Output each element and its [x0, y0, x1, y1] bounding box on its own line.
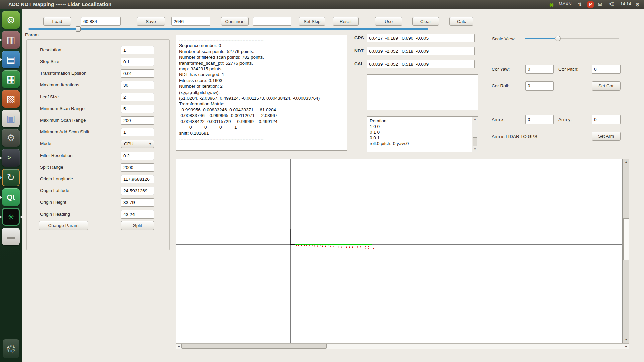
- param-label-split-range: Split Range: [40, 165, 63, 170]
- mail-icon[interactable]: ✉: [598, 2, 602, 7]
- file-manager-icon[interactable]: ▥: [2, 31, 20, 49]
- cal-value-input[interactable]: [367, 60, 475, 68]
- use-button[interactable]: Use: [375, 17, 402, 26]
- scroll-up-icon[interactable]: ▲: [472, 117, 478, 121]
- calc-button[interactable]: Calc: [449, 17, 473, 26]
- set-skip-button[interactable]: Set Skip: [299, 17, 325, 26]
- plot-vertical-scrollbar[interactable]: ▲ ▼: [623, 159, 629, 343]
- arm-x-input[interactable]: [525, 115, 554, 124]
- save-button[interactable]: Save: [137, 17, 165, 26]
- qt-creator-icon[interactable]: Qt: [2, 188, 20, 206]
- scroll-left-icon[interactable]: ◂: [177, 344, 181, 349]
- scale-view-slider-fill: [525, 38, 558, 39]
- running-pip: [0, 176, 2, 179]
- param-input-minimum-scan-range[interactable]: [121, 105, 154, 113]
- continue-value-input[interactable]: [253, 17, 291, 26]
- plot-vertical-scrollbar-thumb[interactable]: [623, 218, 629, 260]
- param-label-origin-height: Origin Height: [40, 200, 66, 205]
- libreoffice-impress-icon[interactable]: ▧: [2, 90, 20, 108]
- software-updater-icon[interactable]: ↻: [2, 169, 20, 186]
- cor-pitch-input[interactable]: [592, 65, 621, 74]
- param-input-filter-resolution[interactable]: [121, 152, 154, 160]
- rotation-scrollbar-thumb[interactable]: [473, 137, 477, 146]
- scroll-down-icon[interactable]: ▼: [472, 147, 478, 151]
- ndt-value-input[interactable]: [367, 47, 475, 55]
- scroll-down-icon[interactable]: ▼: [623, 338, 629, 342]
- arm-y-input[interactable]: [592, 115, 621, 124]
- mode-combobox[interactable]: CPU ▾: [121, 140, 154, 148]
- param-input-step-size[interactable]: [121, 58, 154, 66]
- gpu-mode-label[interactable]: MAXN: [559, 1, 572, 6]
- running-pip: [0, 156, 2, 160]
- param-label-step-size: Step Size: [40, 59, 59, 64]
- param-label-origin-heading: Origin Heading: [40, 212, 70, 217]
- param-input-resolution[interactable]: [121, 46, 154, 54]
- param-label-minimum-scan-range: Minimum Scan Range: [40, 106, 85, 111]
- cor-pitch-label: Cor Pitch:: [558, 67, 578, 72]
- desktop: ADC NDT Mapping ------ Lidar Localizatio…: [0, 0, 644, 362]
- chevron-down-icon: ▾: [149, 142, 151, 146]
- ubuntu-dash-icon[interactable]: ⊚: [2, 11, 20, 29]
- session-gear-icon[interactable]: ⚙: [635, 2, 640, 8]
- continue-button[interactable]: Conitinue: [221, 17, 249, 26]
- set-cor-button[interactable]: Set Cor: [592, 81, 621, 90]
- scale-view-label: Scale View: [492, 36, 515, 41]
- param-label-mode: Mode: [40, 141, 51, 146]
- param-input-origin-height[interactable]: [121, 198, 154, 207]
- plot-horizontal-scrollbar[interactable]: ◂ ▸: [176, 343, 629, 349]
- param-input-transformation-epsilon[interactable]: [121, 69, 154, 78]
- cor-roll-label: Cor Roll:: [492, 83, 509, 88]
- cor-yaw-label: Cor Yaw:: [492, 67, 510, 72]
- arm-y-label: Arm y:: [558, 117, 572, 122]
- set-arm-button[interactable]: Set Arm: [592, 132, 621, 141]
- log-output[interactable]: ----------------------------------------…: [176, 35, 347, 151]
- clock[interactable]: 14:14: [620, 1, 631, 6]
- trash-icon[interactable]: ♲: [3, 339, 19, 358]
- point-cloud-view[interactable]: [176, 159, 623, 343]
- param-input-maximum-iterations[interactable]: [121, 81, 154, 89]
- scroll-up-icon[interactable]: ▲: [623, 160, 629, 164]
- software-center-icon[interactable]: ▣: [2, 110, 20, 127]
- sequence-slider-track[interactable]: [28, 28, 428, 30]
- running-pip: [0, 215, 2, 219]
- crosshair-vertical-line: [290, 159, 291, 343]
- param-input-leaf-size[interactable]: [121, 93, 154, 101]
- ndt-label: NDT: [354, 48, 364, 53]
- scale-view-slider-handle[interactable]: [555, 36, 561, 41]
- pinyin-input-icon[interactable]: P: [587, 1, 594, 8]
- param-input-maximum-scan-range[interactable]: [121, 116, 154, 125]
- split-button[interactable]: Split: [121, 221, 154, 230]
- speaker-icon[interactable]: ◄))): [608, 2, 614, 6]
- terminal-icon[interactable]: >_: [2, 149, 20, 167]
- sequence-slider-handle[interactable]: [76, 26, 81, 32]
- rotation-text: Rotation: 1 0 0 0 1 0 0 0 1 roll:0 pitch…: [367, 117, 478, 148]
- rotation-scrollbar[interactable]: ▲ ▼: [472, 117, 478, 152]
- gps-value-input[interactable]: [367, 34, 475, 42]
- cor-yaw-input[interactable]: [525, 65, 554, 74]
- param-input-origin-heading[interactable]: [121, 210, 154, 219]
- change-param-button[interactable]: Change Param: [39, 221, 88, 230]
- param-input-origin-latitude[interactable]: [121, 187, 154, 195]
- plot-horizontal-scrollbar-thumb[interactable]: [181, 344, 327, 349]
- reset-button[interactable]: Reset: [333, 17, 359, 26]
- clear-button[interactable]: Clear: [412, 17, 439, 26]
- load-value-input[interactable]: [81, 17, 121, 26]
- system-settings-icon[interactable]: ⚙: [2, 129, 20, 147]
- param-input-minimum-add-scan-shift[interactable]: [121, 128, 154, 136]
- window-title: ADC NDT Mapping ------ Lidar Localizatio…: [8, 1, 111, 7]
- param-input-origin-longitude[interactable]: [121, 175, 154, 183]
- libreoffice-writer-icon[interactable]: ▤: [2, 51, 20, 68]
- gps-label: GPS: [354, 35, 364, 40]
- param-input-split-range[interactable]: [121, 163, 154, 172]
- rotation-box[interactable]: Rotation: 1 0 0 0 1 0 0 0 1 roll:0 pitch…: [367, 116, 478, 152]
- libreoffice-calc-icon[interactable]: ▦: [2, 70, 20, 88]
- nvidia-icon[interactable]: ◉: [549, 2, 554, 8]
- load-button[interactable]: Load: [43, 17, 71, 26]
- save-value-input[interactable]: [171, 17, 210, 26]
- scroll-right-icon[interactable]: ▸: [624, 344, 628, 349]
- param-label-leaf-size: Leaf Size: [40, 94, 59, 99]
- disk-drive-icon[interactable]: ▬: [2, 228, 20, 245]
- lidar-app-icon[interactable]: ✳: [2, 208, 20, 226]
- network-updown-icon[interactable]: ⇅: [578, 2, 582, 7]
- cor-roll-input[interactable]: [525, 81, 554, 90]
